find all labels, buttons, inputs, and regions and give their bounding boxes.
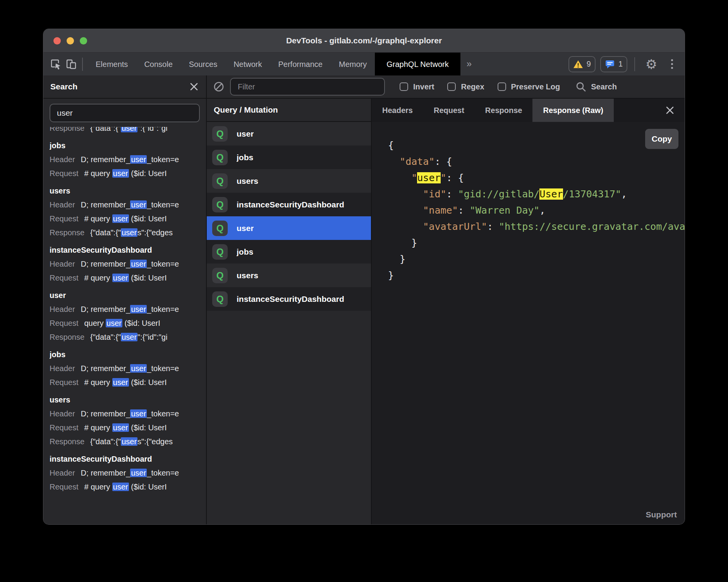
search-result-row[interactable]: Request# query user ($id: UserI: [50, 271, 200, 285]
search-result-row[interactable]: Response{"data":{"user":{"id":"gi: [50, 127, 200, 135]
result-text-part: {"data":{": [90, 228, 121, 237]
search-result-row[interactable]: HeaderD; remember_user_token=e: [50, 361, 200, 375]
detail-tab-response[interactable]: Response: [475, 99, 533, 122]
match-highlight: user: [121, 228, 137, 237]
query-list-item-instancesecuritydashboard[interactable]: QinstanceSecurityDashboard: [207, 287, 371, 311]
json-segment: "id": [423, 188, 446, 200]
search-result-row[interactable]: Response{"data":{"users":{"edges: [50, 435, 200, 448]
tab-elements[interactable]: Elements: [88, 53, 136, 76]
search-result-row[interactable]: Request# query user ($id: UserI: [50, 212, 200, 226]
match-highlight: user: [130, 364, 147, 373]
search-result-row[interactable]: HeaderD; remember_user_token=e: [50, 407, 200, 421]
settings-gear-icon[interactable]: ⚙: [642, 56, 661, 72]
close-search-icon[interactable]: [189, 82, 199, 92]
result-row-text: D; remember_user_token=e: [81, 469, 179, 477]
network-search-toggle[interactable]: Search: [575, 81, 617, 92]
result-row-text: query user ($id: UserI: [84, 319, 160, 327]
json-line: "user": {: [388, 170, 685, 186]
detail-tab-request[interactable]: Request: [423, 99, 475, 122]
search-result-row[interactable]: HeaderD; remember_user_token=e: [50, 152, 200, 166]
query-list-item-user[interactable]: Quser: [207, 216, 371, 240]
json-segment: [388, 172, 411, 183]
clear-blocked-icon[interactable]: [213, 81, 225, 92]
query-item-label: instanceSecurityDashboard: [237, 294, 344, 304]
search-result-row[interactable]: Request# query user ($id: UserI: [50, 166, 200, 180]
result-section-title: user: [50, 288, 200, 302]
query-list-item-jobs[interactable]: Qjobs: [207, 240, 371, 264]
search-result-row[interactable]: Requestquery user ($id: UserI: [50, 316, 200, 330]
match-highlight: user: [130, 409, 147, 418]
search-result-row[interactable]: HeaderD; remember_user_token=e: [50, 198, 200, 212]
match-highlight: user: [112, 169, 129, 178]
result-row-label: Response: [50, 228, 84, 237]
search-result-row[interactable]: Request# query user ($id: UserI: [50, 375, 200, 389]
search-result-row[interactable]: Response{"data":{"user":{"id":"gi: [50, 330, 200, 344]
result-text-part: D; remember_: [81, 260, 130, 268]
result-text-part: query: [84, 319, 106, 327]
tab-memory[interactable]: Memory: [331, 53, 375, 76]
query-list-item-instancesecuritydashboard[interactable]: QinstanceSecurityDashboard: [207, 193, 371, 216]
query-list-item-users[interactable]: Qusers: [207, 264, 371, 287]
result-row-text: # query user ($id: UserI: [84, 169, 167, 178]
query-list-item-user[interactable]: Quser: [207, 122, 371, 146]
json-segment: "Warren Day": [470, 205, 540, 216]
json-segment: [388, 221, 423, 232]
detail-tab-response-raw[interactable]: Response (Raw): [532, 99, 614, 122]
json-line: {: [388, 137, 685, 154]
search-result-row[interactable]: Request# query user ($id: UserI: [50, 421, 200, 435]
search-result-row[interactable]: HeaderD; remember_user_token=e: [50, 257, 200, 271]
query-item-label: jobs: [237, 247, 253, 257]
result-text-part: ($id: UserI: [129, 274, 167, 282]
tab-performance[interactable]: Performance: [270, 53, 331, 76]
filter-input[interactable]: [230, 78, 385, 96]
zoom-window-button[interactable]: [80, 37, 87, 45]
detail-tab-headers[interactable]: Headers: [372, 99, 423, 122]
json-segment: /13704317": [563, 188, 622, 200]
tab-console[interactable]: Console: [136, 53, 180, 76]
query-list-item-jobs[interactable]: Qjobs: [207, 146, 371, 169]
query-item-label: jobs: [237, 153, 253, 162]
support-link[interactable]: Support: [646, 510, 677, 519]
query-item-label: user: [237, 129, 254, 139]
result-text-part: _token=e: [147, 155, 179, 164]
result-row-label: Request: [50, 214, 79, 223]
result-text-part: D; remember_: [81, 200, 130, 209]
more-tabs-chevron-icon[interactable]: »: [460, 53, 478, 76]
device-toolbar-icon[interactable]: [64, 53, 79, 76]
query-item-label: instanceSecurityDashboard: [237, 200, 344, 209]
search-input[interactable]: [50, 104, 200, 122]
lower-panels: Query / Mutation QuserQjobsQusersQinstan…: [207, 99, 685, 524]
search-result-row[interactable]: HeaderD; remember_user_token=e: [50, 466, 200, 480]
json-segment: ,: [621, 188, 627, 200]
result-section-title: users: [50, 393, 200, 407]
search-result-row[interactable]: HeaderD; remember_user_token=e: [50, 302, 200, 316]
json-segment: "https://secure.gravatar.com/avatar: [499, 221, 685, 232]
result-text-part: # query: [84, 423, 112, 432]
search-result-row[interactable]: Request# query user ($id: UserI: [50, 480, 200, 494]
tab-graphql-network[interactable]: GraphQL Network: [375, 53, 460, 76]
tab-network[interactable]: Network: [225, 53, 270, 76]
inspect-element-icon[interactable]: [48, 53, 64, 76]
search-icon: [575, 81, 586, 92]
checkbox-preserve-log[interactable]: Preserve Log: [498, 82, 560, 91]
devtools-tab-bar: ElementsConsoleSourcesNetworkPerformance…: [43, 52, 685, 75]
json-segment: ,: [539, 205, 545, 216]
json-segment: ": [411, 172, 417, 183]
close-window-button[interactable]: [53, 37, 61, 45]
minimize-window-button[interactable]: [67, 37, 74, 45]
warnings-badge[interactable]: 9: [568, 56, 596, 72]
result-text-part: _token=e: [147, 469, 179, 477]
checkbox-invert[interactable]: Invert: [400, 82, 434, 91]
tab-sources[interactable]: Sources: [181, 53, 225, 76]
messages-badge[interactable]: 1: [600, 56, 627, 72]
copy-button[interactable]: Copy: [645, 129, 678, 149]
checkbox-regex[interactable]: Regex: [447, 82, 484, 91]
result-row-label: Header: [50, 409, 75, 418]
search-result-row[interactable]: Response{"data":{"users":{"edges: [50, 226, 200, 240]
query-list-item-users[interactable]: Qusers: [207, 169, 371, 193]
query-type-badge: Q: [212, 291, 228, 307]
match-highlight: user: [112, 274, 129, 282]
json-segment: [388, 156, 400, 167]
customize-kebab-menu-icon[interactable]: [665, 59, 678, 69]
close-detail-icon[interactable]: [662, 99, 678, 122]
